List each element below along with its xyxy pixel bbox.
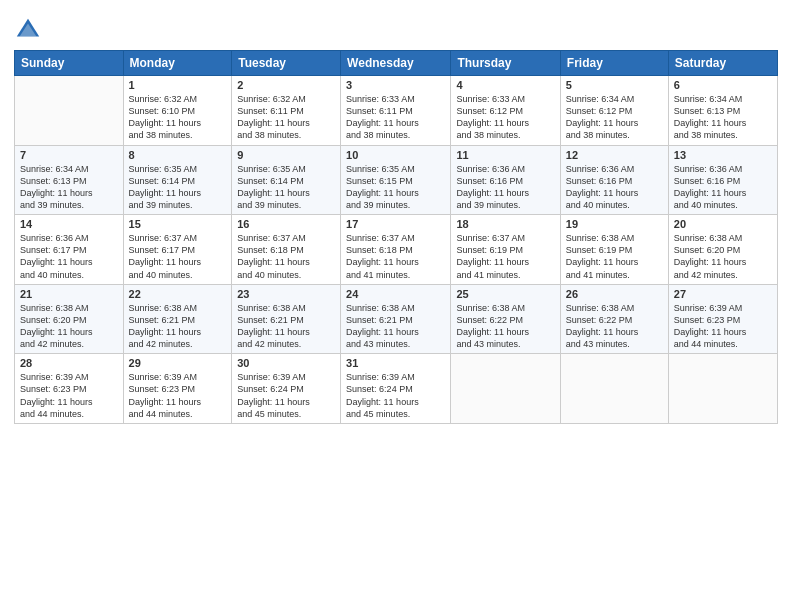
calendar-cell: 23Sunrise: 6:38 AM Sunset: 6:21 PM Dayli… <box>232 284 341 354</box>
calendar-cell: 21Sunrise: 6:38 AM Sunset: 6:20 PM Dayli… <box>15 284 124 354</box>
day-info: Sunrise: 6:33 AM Sunset: 6:11 PM Dayligh… <box>346 93 445 142</box>
day-number: 20 <box>674 218 772 230</box>
header <box>14 10 778 44</box>
calendar-cell: 17Sunrise: 6:37 AM Sunset: 6:18 PM Dayli… <box>341 215 451 285</box>
calendar-header-row: SundayMondayTuesdayWednesdayThursdayFrid… <box>15 51 778 76</box>
page: SundayMondayTuesdayWednesdayThursdayFrid… <box>0 0 792 612</box>
calendar-cell: 6Sunrise: 6:34 AM Sunset: 6:13 PM Daylig… <box>668 76 777 146</box>
day-number: 28 <box>20 357 118 369</box>
calendar-cell: 28Sunrise: 6:39 AM Sunset: 6:23 PM Dayli… <box>15 354 124 424</box>
day-number: 12 <box>566 149 663 161</box>
calendar-cell <box>15 76 124 146</box>
day-info: Sunrise: 6:34 AM Sunset: 6:12 PM Dayligh… <box>566 93 663 142</box>
calendar-cell: 3Sunrise: 6:33 AM Sunset: 6:11 PM Daylig… <box>341 76 451 146</box>
calendar-cell: 12Sunrise: 6:36 AM Sunset: 6:16 PM Dayli… <box>560 145 668 215</box>
day-info: Sunrise: 6:39 AM Sunset: 6:24 PM Dayligh… <box>346 371 445 420</box>
day-number: 17 <box>346 218 445 230</box>
day-number: 30 <box>237 357 335 369</box>
calendar-cell <box>668 354 777 424</box>
day-info: Sunrise: 6:34 AM Sunset: 6:13 PM Dayligh… <box>20 163 118 212</box>
day-info: Sunrise: 6:38 AM Sunset: 6:19 PM Dayligh… <box>566 232 663 281</box>
calendar-cell: 26Sunrise: 6:38 AM Sunset: 6:22 PM Dayli… <box>560 284 668 354</box>
day-info: Sunrise: 6:32 AM Sunset: 6:10 PM Dayligh… <box>129 93 227 142</box>
calendar-cell: 7Sunrise: 6:34 AM Sunset: 6:13 PM Daylig… <box>15 145 124 215</box>
day-number: 21 <box>20 288 118 300</box>
day-info: Sunrise: 6:38 AM Sunset: 6:20 PM Dayligh… <box>674 232 772 281</box>
calendar-week-2: 7Sunrise: 6:34 AM Sunset: 6:13 PM Daylig… <box>15 145 778 215</box>
calendar-cell: 31Sunrise: 6:39 AM Sunset: 6:24 PM Dayli… <box>341 354 451 424</box>
calendar-cell: 1Sunrise: 6:32 AM Sunset: 6:10 PM Daylig… <box>123 76 232 146</box>
day-number: 14 <box>20 218 118 230</box>
calendar-cell: 11Sunrise: 6:36 AM Sunset: 6:16 PM Dayli… <box>451 145 560 215</box>
calendar-cell: 14Sunrise: 6:36 AM Sunset: 6:17 PM Dayli… <box>15 215 124 285</box>
calendar-dow-thursday: Thursday <box>451 51 560 76</box>
calendar-cell <box>451 354 560 424</box>
calendar-dow-sunday: Sunday <box>15 51 124 76</box>
day-number: 8 <box>129 149 227 161</box>
day-info: Sunrise: 6:36 AM Sunset: 6:17 PM Dayligh… <box>20 232 118 281</box>
calendar-week-3: 14Sunrise: 6:36 AM Sunset: 6:17 PM Dayli… <box>15 215 778 285</box>
day-number: 22 <box>129 288 227 300</box>
calendar-cell: 27Sunrise: 6:39 AM Sunset: 6:23 PM Dayli… <box>668 284 777 354</box>
day-info: Sunrise: 6:37 AM Sunset: 6:17 PM Dayligh… <box>129 232 227 281</box>
calendar-table: SundayMondayTuesdayWednesdayThursdayFrid… <box>14 50 778 424</box>
calendar-cell <box>560 354 668 424</box>
day-number: 9 <box>237 149 335 161</box>
day-number: 11 <box>456 149 554 161</box>
day-number: 29 <box>129 357 227 369</box>
calendar-cell: 8Sunrise: 6:35 AM Sunset: 6:14 PM Daylig… <box>123 145 232 215</box>
day-number: 15 <box>129 218 227 230</box>
day-number: 19 <box>566 218 663 230</box>
day-number: 26 <box>566 288 663 300</box>
day-number: 13 <box>674 149 772 161</box>
day-info: Sunrise: 6:38 AM Sunset: 6:21 PM Dayligh… <box>346 302 445 351</box>
day-info: Sunrise: 6:35 AM Sunset: 6:14 PM Dayligh… <box>129 163 227 212</box>
day-info: Sunrise: 6:38 AM Sunset: 6:22 PM Dayligh… <box>456 302 554 351</box>
logo-icon <box>14 16 42 44</box>
day-info: Sunrise: 6:37 AM Sunset: 6:19 PM Dayligh… <box>456 232 554 281</box>
calendar-cell: 5Sunrise: 6:34 AM Sunset: 6:12 PM Daylig… <box>560 76 668 146</box>
day-number: 10 <box>346 149 445 161</box>
calendar-cell: 30Sunrise: 6:39 AM Sunset: 6:24 PM Dayli… <box>232 354 341 424</box>
calendar-cell: 22Sunrise: 6:38 AM Sunset: 6:21 PM Dayli… <box>123 284 232 354</box>
day-info: Sunrise: 6:39 AM Sunset: 6:23 PM Dayligh… <box>20 371 118 420</box>
day-info: Sunrise: 6:37 AM Sunset: 6:18 PM Dayligh… <box>346 232 445 281</box>
day-number: 18 <box>456 218 554 230</box>
day-number: 31 <box>346 357 445 369</box>
day-number: 2 <box>237 79 335 91</box>
calendar-cell: 25Sunrise: 6:38 AM Sunset: 6:22 PM Dayli… <box>451 284 560 354</box>
calendar-cell: 20Sunrise: 6:38 AM Sunset: 6:20 PM Dayli… <box>668 215 777 285</box>
day-info: Sunrise: 6:33 AM Sunset: 6:12 PM Dayligh… <box>456 93 554 142</box>
calendar-dow-tuesday: Tuesday <box>232 51 341 76</box>
day-number: 24 <box>346 288 445 300</box>
day-info: Sunrise: 6:38 AM Sunset: 6:20 PM Dayligh… <box>20 302 118 351</box>
day-info: Sunrise: 6:39 AM Sunset: 6:23 PM Dayligh… <box>129 371 227 420</box>
calendar-week-4: 21Sunrise: 6:38 AM Sunset: 6:20 PM Dayli… <box>15 284 778 354</box>
day-number: 3 <box>346 79 445 91</box>
day-info: Sunrise: 6:32 AM Sunset: 6:11 PM Dayligh… <box>237 93 335 142</box>
day-info: Sunrise: 6:37 AM Sunset: 6:18 PM Dayligh… <box>237 232 335 281</box>
day-info: Sunrise: 6:36 AM Sunset: 6:16 PM Dayligh… <box>566 163 663 212</box>
calendar-week-5: 28Sunrise: 6:39 AM Sunset: 6:23 PM Dayli… <box>15 354 778 424</box>
day-number: 1 <box>129 79 227 91</box>
day-number: 23 <box>237 288 335 300</box>
calendar-cell: 16Sunrise: 6:37 AM Sunset: 6:18 PM Dayli… <box>232 215 341 285</box>
day-info: Sunrise: 6:34 AM Sunset: 6:13 PM Dayligh… <box>674 93 772 142</box>
calendar-cell: 18Sunrise: 6:37 AM Sunset: 6:19 PM Dayli… <box>451 215 560 285</box>
logo <box>14 16 46 44</box>
calendar-week-1: 1Sunrise: 6:32 AM Sunset: 6:10 PM Daylig… <box>15 76 778 146</box>
day-info: Sunrise: 6:39 AM Sunset: 6:23 PM Dayligh… <box>674 302 772 351</box>
calendar-cell: 9Sunrise: 6:35 AM Sunset: 6:14 PM Daylig… <box>232 145 341 215</box>
calendar-dow-friday: Friday <box>560 51 668 76</box>
day-number: 7 <box>20 149 118 161</box>
day-info: Sunrise: 6:36 AM Sunset: 6:16 PM Dayligh… <box>456 163 554 212</box>
calendar-cell: 10Sunrise: 6:35 AM Sunset: 6:15 PM Dayli… <box>341 145 451 215</box>
day-info: Sunrise: 6:38 AM Sunset: 6:21 PM Dayligh… <box>129 302 227 351</box>
calendar-cell: 24Sunrise: 6:38 AM Sunset: 6:21 PM Dayli… <box>341 284 451 354</box>
day-number: 5 <box>566 79 663 91</box>
day-number: 6 <box>674 79 772 91</box>
day-number: 27 <box>674 288 772 300</box>
day-info: Sunrise: 6:39 AM Sunset: 6:24 PM Dayligh… <box>237 371 335 420</box>
day-number: 4 <box>456 79 554 91</box>
day-info: Sunrise: 6:35 AM Sunset: 6:15 PM Dayligh… <box>346 163 445 212</box>
